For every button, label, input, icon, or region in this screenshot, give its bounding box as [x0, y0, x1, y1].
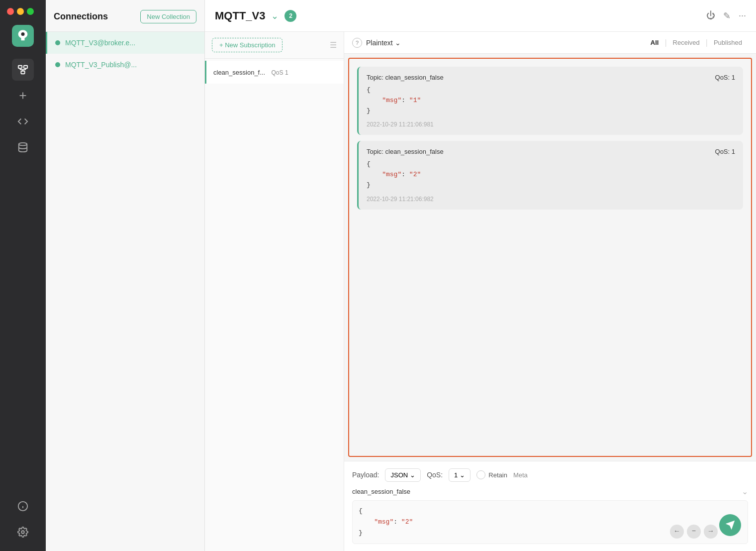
- maximize-button[interactable]: [27, 8, 34, 15]
- publish-panel: Payload: JSON ⌄ QoS: 1 ⌄ Retain Meta: [344, 461, 756, 551]
- subscription-qos: QoS 1: [272, 69, 288, 76]
- svg-rect-3: [21, 71, 24, 74]
- message-1-header: Topic: clean_session_false QoS: 1: [367, 74, 735, 81]
- sidebar-item-settings[interactable]: [12, 521, 34, 543]
- minus-button[interactable]: −: [687, 525, 701, 539]
- sidebar: [0, 0, 46, 551]
- message-2-qos: QoS: 1: [715, 148, 735, 155]
- connection-item-2[interactable]: MQTT_V3_Publish@...: [46, 54, 204, 76]
- qos-label: QoS:: [427, 471, 443, 479]
- code-key: "msg": [374, 518, 393, 526]
- new-collection-button[interactable]: New Collection: [140, 10, 196, 23]
- subscription-info: clean_session_f... QoS 1: [213, 68, 337, 77]
- message-2-key: "msg": [382, 171, 401, 178]
- qos-selector[interactable]: 1 ⌄: [449, 468, 471, 482]
- message-2-val: "2": [409, 171, 421, 178]
- power-icon[interactable]: ⏻: [706, 10, 715, 21]
- message-1-val: "1": [409, 97, 421, 104]
- settings-icon: [17, 527, 28, 538]
- message-item-1[interactable]: Topic: clean_session_false QoS: 1 { "msg…: [357, 67, 743, 135]
- edit-icon[interactable]: ✎: [723, 10, 731, 21]
- connections-panel: Connections New Collection MQTT_V3@broke…: [46, 0, 205, 551]
- retain-toggle[interactable]: Retain: [476, 470, 507, 479]
- messages-list: Topic: clean_session_false QoS: 1 { "msg…: [348, 58, 752, 457]
- connection-title: MQTT_V3: [215, 9, 265, 22]
- format-chevron-icon: ⌄: [395, 39, 401, 47]
- new-subscription-button[interactable]: + New Subscription: [212, 38, 283, 52]
- subscriptions-header: + New Subscription ☰: [205, 32, 344, 59]
- message-1-topic: Topic: clean_session_false: [367, 74, 444, 81]
- topic-row: ⌄: [352, 487, 748, 496]
- qos-value: 1: [454, 471, 458, 479]
- message-1-key: "msg": [382, 97, 401, 104]
- connections-title: Connections: [54, 11, 108, 22]
- connection-status-dot-2: [55, 62, 60, 67]
- svg-point-10: [19, 143, 27, 146]
- svg-rect-1: [18, 66, 22, 69]
- message-2-topic: Topic: clean_session_false: [367, 148, 444, 155]
- sidebar-item-database[interactable]: [12, 136, 34, 158]
- toolbar-left: ? Plaintext ⌄: [352, 38, 401, 48]
- message-1-qos: QoS: 1: [715, 74, 735, 81]
- help-icon[interactable]: ?: [352, 38, 362, 48]
- sidebar-item-info[interactable]: [12, 495, 34, 517]
- topic-input[interactable]: [352, 488, 742, 495]
- format-label: Plaintext: [366, 39, 393, 47]
- sidebar-item-add[interactable]: [12, 85, 34, 107]
- topic-chevron-icon[interactable]: ⌄: [742, 487, 748, 496]
- payload-format-value: JSON: [390, 471, 408, 479]
- topbar-right: ⏻ ✎ ···: [706, 10, 746, 21]
- more-icon[interactable]: ···: [739, 10, 746, 21]
- connection-name-2: MQTT_V3_Publish@...: [65, 61, 137, 69]
- send-button[interactable]: [719, 514, 741, 536]
- filter-published-button[interactable]: Published: [708, 37, 748, 48]
- toolbar-right: All | Received | Published: [645, 37, 748, 48]
- code-icon: [17, 116, 28, 127]
- connection-status-dot: [55, 40, 60, 45]
- close-button[interactable]: [7, 8, 14, 15]
- qos-chevron-icon: ⌄: [460, 471, 465, 479]
- back-button[interactable]: ←: [670, 525, 684, 539]
- top-bar: MQTT_V3 ⌄ 2 ⏻ ✎ ···: [205, 0, 756, 32]
- connection-name-1: MQTT_V3@broker.e...: [65, 39, 135, 47]
- payload-format-selector[interactable]: JSON ⌄: [385, 468, 421, 482]
- topbar-left: MQTT_V3 ⌄ 2: [215, 9, 296, 22]
- connection-item-1[interactable]: MQTT_V3@broker.e...: [46, 32, 204, 54]
- message-item-2[interactable]: Topic: clean_session_false QoS: 1 { "msg…: [357, 141, 743, 209]
- minimize-button[interactable]: [17, 8, 24, 15]
- message-2-header: Topic: clean_session_false QoS: 1: [367, 148, 735, 155]
- database-icon: [17, 142, 28, 153]
- publish-actions: ← − →: [670, 525, 718, 539]
- filter-received-button[interactable]: Received: [667, 37, 706, 48]
- message-2-timestamp: 2022-10-29 11:21:06:982: [367, 196, 735, 203]
- add-icon: [17, 90, 28, 101]
- sidebar-item-connections[interactable]: [12, 59, 34, 81]
- content-split: + New Subscription ☰ clean_session_f... …: [205, 32, 756, 551]
- sidebar-item-code[interactable]: [12, 110, 34, 132]
- message-badge: 2: [284, 10, 296, 22]
- filter-all-button[interactable]: All: [645, 37, 665, 48]
- connections-header: Connections New Collection: [46, 0, 204, 32]
- svg-rect-2: [24, 66, 27, 69]
- logo-icon: [16, 29, 30, 43]
- code-editor[interactable]: { "msg": "2" } ← − →: [352, 500, 748, 544]
- forward-button[interactable]: →: [704, 525, 718, 539]
- main-area: MQTT_V3 ⌄ 2 ⏻ ✎ ··· + New Subscription ☰…: [205, 0, 756, 551]
- format-selector[interactable]: Plaintext ⌄: [366, 39, 401, 47]
- retain-circle-icon: [476, 470, 485, 479]
- message-2-body: { "msg": "2" }: [367, 159, 735, 190]
- chevron-down-icon[interactable]: ⌄: [271, 10, 279, 21]
- traffic-lights: [0, 8, 34, 15]
- payload-format-chevron-icon: ⌄: [410, 471, 415, 479]
- retain-label: Retain: [488, 471, 507, 479]
- message-1-timestamp: 2022-10-29 11:21:06:981: [367, 121, 735, 128]
- subscription-item-1[interactable]: clean_session_f... QoS 1: [205, 61, 344, 84]
- send-icon: [725, 520, 736, 531]
- info-icon: [17, 501, 28, 512]
- messages-panel: ? Plaintext ⌄ All | Received | Published: [344, 32, 756, 551]
- subscription-menu-icon[interactable]: ☰: [330, 40, 337, 50]
- app-logo: [12, 25, 34, 47]
- meta-button[interactable]: Meta: [513, 471, 528, 479]
- subscriptions-panel: + New Subscription ☰ clean_session_f... …: [205, 32, 344, 551]
- payload-label: Payload:: [352, 471, 379, 479]
